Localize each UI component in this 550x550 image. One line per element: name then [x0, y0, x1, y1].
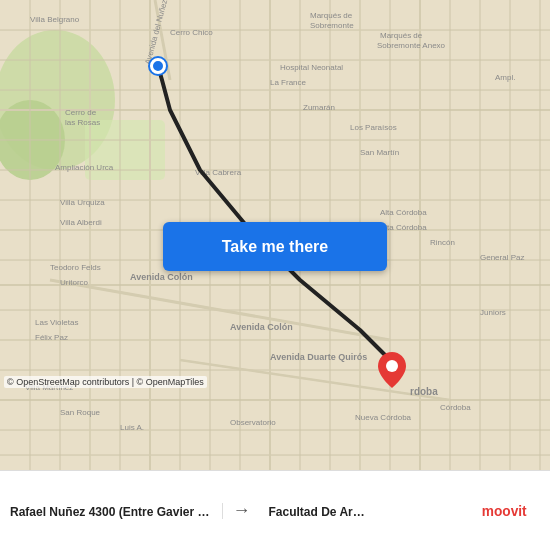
svg-text:Alta Córdoba: Alta Córdoba — [380, 208, 427, 217]
svg-text:Hospital Neonatal: Hospital Neonatal — [280, 63, 343, 72]
from-name: Rafael Nuñez 4300 (Entre Gavier … — [10, 505, 214, 519]
arrow-icon: → — [223, 500, 261, 521]
svg-text:Uritorco: Uritorco — [60, 278, 89, 287]
svg-text:rdoba: rdoba — [410, 386, 438, 397]
map-attribution: © OpenStreetMap contributors | © OpenMap… — [4, 376, 207, 388]
svg-text:Luis A.: Luis A. — [120, 423, 144, 432]
svg-text:Avenida Duarte Quirós: Avenida Duarte Quirós — [270, 352, 367, 362]
svg-text:Villa Alberdi: Villa Alberdi — [60, 218, 102, 227]
svg-text:Villa Belgrano: Villa Belgrano — [30, 15, 80, 24]
svg-text:Cerro de: Cerro de — [65, 108, 97, 117]
moovit-logo: moovit — [480, 499, 540, 523]
svg-text:Alta Córdoba: Alta Córdoba — [380, 223, 427, 232]
svg-text:Sobremonte: Sobremonte — [310, 21, 354, 30]
svg-point-80 — [386, 360, 398, 372]
origin-marker — [150, 58, 166, 74]
svg-text:Ampl.: Ampl. — [495, 73, 515, 82]
svg-text:Sobremonte Anexo: Sobremonte Anexo — [377, 41, 446, 50]
svg-text:La France: La France — [270, 78, 307, 87]
take-me-there-label: Take me there — [222, 238, 328, 256]
svg-text:Ampliación Urca: Ampliación Urca — [55, 163, 114, 172]
svg-text:Las Violetas: Las Violetas — [35, 318, 78, 327]
svg-text:General Paz: General Paz — [480, 253, 524, 262]
svg-text:Avenida Colón: Avenida Colón — [230, 322, 293, 332]
svg-text:Nueva Córdoba: Nueva Córdoba — [355, 413, 412, 422]
svg-text:Avenida Colón: Avenida Colón — [130, 272, 193, 282]
bottom-bar: Rafael Nuñez 4300 (Entre Gavier … → Facu… — [0, 470, 550, 550]
svg-text:Observatorio: Observatorio — [230, 418, 276, 427]
svg-text:Villa Urquiza: Villa Urquiza — [60, 198, 105, 207]
svg-text:Cerro Chico: Cerro Chico — [170, 28, 213, 37]
svg-text:Teodoro Felds: Teodoro Felds — [50, 263, 101, 272]
svg-text:Rincón: Rincón — [430, 238, 455, 247]
svg-text:San Martín: San Martín — [360, 148, 399, 157]
svg-text:moovit: moovit — [482, 504, 527, 519]
svg-text:Zumarán: Zumarán — [303, 103, 335, 112]
svg-text:Marqués de: Marqués de — [380, 31, 423, 40]
svg-text:Marqués de: Marqués de — [310, 11, 353, 20]
to-name: Facultad De Ar… — [269, 505, 473, 519]
svg-text:Los Paraísos: Los Paraísos — [350, 123, 397, 132]
svg-text:las Rosas: las Rosas — [65, 118, 100, 127]
map-container: Villa Belgrano Cerro Chico Marqués de So… — [0, 0, 550, 470]
svg-text:Juniors: Juniors — [480, 308, 506, 317]
svg-text:Córdoba: Córdoba — [440, 403, 471, 412]
app: Villa Belgrano Cerro Chico Marqués de So… — [0, 0, 550, 550]
to-section: Facultad De Ar… — [261, 503, 473, 519]
svg-text:Félix Paz: Félix Paz — [35, 333, 68, 342]
destination-marker — [378, 352, 406, 392]
svg-text:Villa Cabrera: Villa Cabrera — [195, 168, 242, 177]
svg-text:San Roque: San Roque — [60, 408, 101, 417]
from-section: Rafael Nuñez 4300 (Entre Gavier … — [10, 503, 223, 519]
take-me-there-button[interactable]: Take me there — [163, 222, 387, 271]
